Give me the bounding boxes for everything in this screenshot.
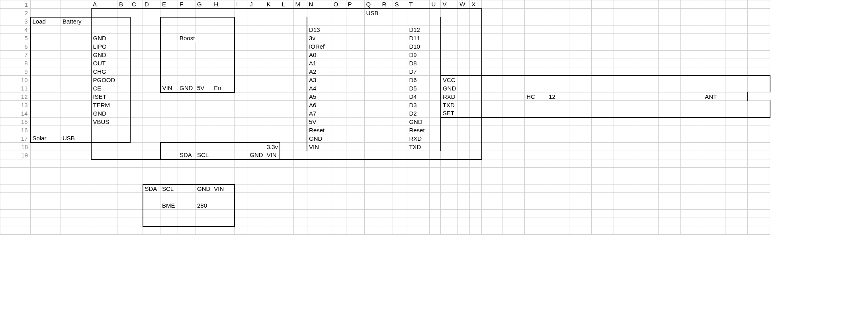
pin-pgood[interactable]: PGOOD (91, 76, 117, 84)
cell[interactable]: T (407, 0, 430, 9)
row-header[interactable]: 12 (0, 92, 31, 101)
pin-gnd[interactable]: GND (407, 118, 430, 126)
cell[interactable] (681, 0, 703, 9)
label-bme[interactable]: BME (160, 201, 178, 210)
pin-a2[interactable]: A2 (307, 67, 332, 76)
pin-d6[interactable]: D6 (407, 76, 430, 84)
spreadsheet-grid[interactable]: 1 A B C D E F G H I J K L M N O P Q R S … (0, 0, 770, 235)
cell[interactable] (502, 0, 525, 9)
pin-vin[interactable]: VIN (265, 151, 280, 159)
cell[interactable] (525, 0, 547, 9)
pin-d10[interactable]: D10 (407, 42, 430, 51)
pin-iset[interactable]: ISET (91, 92, 117, 101)
row-header[interactable]: 8 (0, 59, 31, 67)
cell[interactable]: L (280, 0, 293, 9)
cell[interactable] (636, 0, 659, 9)
pin-lipo[interactable]: LIPO (91, 42, 117, 51)
label-280[interactable]: 280 (195, 201, 212, 210)
pin-rxd[interactable]: RXD (407, 134, 430, 143)
pin-rxd[interactable]: RXD (441, 92, 458, 101)
cell[interactable]: B (117, 0, 130, 9)
pin-txd[interactable]: TXD (441, 101, 458, 109)
label-12[interactable]: 12 (547, 92, 569, 101)
cell[interactable]: G (195, 0, 212, 9)
cell[interactable]: X (470, 0, 482, 9)
cell[interactable] (614, 0, 636, 9)
row-header[interactable]: 4 (0, 26, 31, 34)
cell[interactable]: U (430, 0, 441, 9)
cell[interactable] (569, 0, 592, 9)
pin-d5[interactable]: D5 (407, 84, 430, 92)
cell[interactable]: W (458, 0, 470, 9)
pin-d7[interactable]: D7 (407, 67, 430, 76)
cell[interactable]: H (212, 0, 235, 9)
pin-a3[interactable]: A3 (307, 76, 332, 84)
pin-set[interactable]: SET (441, 109, 458, 118)
pin-d13[interactable]: D13 (307, 26, 332, 34)
cell[interactable] (748, 0, 770, 9)
row-header[interactable]: 15 (0, 118, 31, 126)
label-solar[interactable]: Solar (31, 134, 61, 143)
pin-d9[interactable]: D9 (407, 51, 430, 59)
row-header[interactable]: 16 (0, 126, 31, 134)
cell[interactable]: R (380, 0, 393, 9)
row-header[interactable]: 5 (0, 34, 31, 42)
pin-d2[interactable]: D2 (407, 109, 430, 118)
pin-gnd[interactable]: GND (91, 51, 117, 59)
label-boost[interactable]: Boost (178, 34, 212, 42)
cell[interactable]: M (293, 0, 307, 9)
pin-scl[interactable]: SCL (160, 185, 178, 193)
pin-reset[interactable]: Reset (407, 126, 430, 134)
pin-vcc[interactable]: VCC (441, 76, 458, 84)
pin-sda[interactable]: SDA (143, 185, 160, 193)
cell[interactable]: N (307, 0, 332, 9)
pin-5v[interactable]: 5V (307, 118, 332, 126)
row-header[interactable]: 1 (0, 0, 31, 9)
pin-ant[interactable]: ANT (703, 92, 725, 101)
pin-d11[interactable]: D11 (407, 34, 430, 42)
pin-out[interactable]: OUT (91, 59, 117, 67)
row-header[interactable]: 3 (0, 17, 31, 26)
pin-3v[interactable]: 3v (307, 34, 332, 42)
pin-a7[interactable]: A7 (307, 109, 332, 118)
pin-sda[interactable]: SDA (178, 151, 195, 159)
cell[interactable]: S (393, 0, 407, 9)
cell[interactable]: D (143, 0, 160, 9)
cell[interactable] (703, 0, 725, 9)
pin-a5[interactable]: A5 (307, 92, 332, 101)
row-header[interactable]: 2 (0, 9, 31, 17)
pin-vbus[interactable]: VBUS (91, 118, 117, 126)
row-header[interactable]: 13 (0, 101, 31, 109)
row-header[interactable]: 9 (0, 67, 31, 76)
label-battery[interactable]: Battery (61, 17, 91, 26)
pin-d3[interactable]: D3 (407, 101, 430, 109)
cell[interactable]: F (178, 0, 195, 9)
pin-d8[interactable]: D8 (407, 59, 430, 67)
cell[interactable] (725, 0, 748, 9)
pin-vin[interactable]: VIN (307, 143, 332, 151)
cell[interactable]: O (332, 0, 346, 9)
row-header[interactable]: 7 (0, 51, 31, 59)
pin-a0[interactable]: A0 (307, 51, 332, 59)
pin-chg[interactable]: CHG (91, 67, 117, 76)
cell[interactable] (482, 0, 502, 9)
pin-gnd[interactable]: GND (195, 185, 212, 193)
cell[interactable] (61, 0, 91, 9)
pin-gnd[interactable]: GND (248, 151, 265, 159)
pin-d4[interactable]: D4 (407, 92, 430, 101)
cell[interactable]: A (91, 0, 117, 9)
cell[interactable]: V (441, 0, 458, 9)
pin-en[interactable]: En (212, 84, 235, 92)
pin-a1[interactable]: A1 (307, 59, 332, 67)
cell[interactable]: P (346, 0, 364, 9)
row-header[interactable]: 11 (0, 84, 31, 92)
pin-3v3[interactable]: 3.3v (265, 143, 280, 151)
cell[interactable]: E (160, 0, 178, 9)
cell[interactable]: J (248, 0, 265, 9)
pin-a4[interactable]: A4 (307, 84, 332, 92)
pin-5v[interactable]: 5V (195, 84, 212, 92)
pin-ioref[interactable]: IORef (307, 42, 332, 51)
row-header[interactable]: 17 (0, 134, 31, 143)
pin-usb[interactable]: USB (364, 9, 380, 17)
cell[interactable]: K (265, 0, 280, 9)
